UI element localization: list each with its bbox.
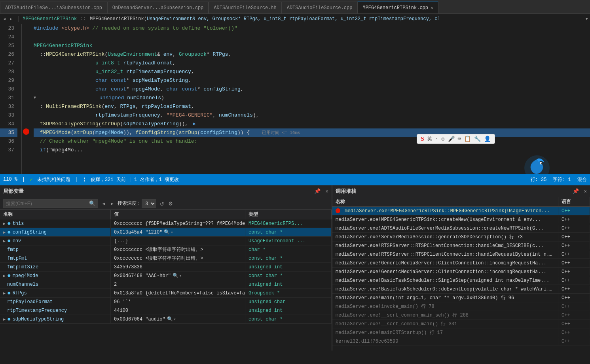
search-sdpMediaTypeString[interactable]: 🔍 xyxy=(167,316,173,322)
cs-row-11[interactable]: mediaServer.exe!invoke_main() 行 78 C++ xyxy=(332,302,590,311)
code-line-35: fMPEG4Mode ( strDup ( mpeg4Mode )), fCon… xyxy=(34,128,590,137)
code-line-32: : MultiFramedRTPSink ( env , RTPgs , rtp… xyxy=(34,102,590,111)
cs-row-7[interactable]: mediaServer.exe!GenericMediaServer::Clie… xyxy=(332,268,590,276)
git-icon: ⟨ xyxy=(83,177,86,183)
line-35: 35 xyxy=(0,128,17,137)
line-36: 36 xyxy=(0,137,17,146)
bird-logo xyxy=(524,155,550,174)
callstack-pin[interactable]: 📌 xyxy=(573,188,579,194)
search-box: 🔍 xyxy=(3,199,98,208)
bottom-panels: 局部变量 📌 ✕ 🔍 ◂ ▸ 搜索深度: 3 1 2 4 5 ↺ ⚙ 名 xyxy=(0,185,590,351)
nav-separator: | xyxy=(15,16,21,22)
line-numbers: 23 24 25 26 27 28 29 30 31 32 33 34 35 3… xyxy=(0,24,22,174)
locals-pin[interactable]: 📌 xyxy=(314,188,321,194)
breakpoint-col xyxy=(22,24,30,174)
arrow-34: ▶ xyxy=(190,120,196,128)
line-30: 30 xyxy=(0,85,17,94)
search-mpeg4Mode[interactable]: 🔍 xyxy=(173,273,178,279)
code-content: #include <ctype.h> // needed on some sys… xyxy=(30,24,590,174)
search-input[interactable] xyxy=(6,201,87,206)
breakpoint-35 xyxy=(23,128,29,135)
svg-point-2 xyxy=(541,163,542,164)
cs-row-9[interactable]: mediaServer.exe!BasicTaskScheduler0::doE… xyxy=(332,285,590,294)
cs-table: 名称 语言 mediaServer.exe!MPEG4GenericRTPSin… xyxy=(332,197,590,351)
cs-row-1[interactable]: mediaServer.exe!MPEG4GenericRTPSink::cre… xyxy=(332,215,590,224)
cs-row-8[interactable]: mediaServer.exe!BasicTaskScheduler::Sing… xyxy=(332,276,590,285)
cs-row-0[interactable]: mediaServer.exe!MPEG4GenericRTPSink::MPE… xyxy=(332,207,590,215)
nav-back[interactable]: ◂ xyxy=(2,15,7,22)
cs-row-15[interactable]: kernel32.dll!76cc63590 C++ xyxy=(332,337,590,346)
zoom-level[interactable]: 110 % xyxy=(3,177,17,182)
ime-logo: S xyxy=(421,136,424,142)
cs-row-2[interactable]: mediaServer.exe!ADTSAudioFileServerMedia… xyxy=(332,224,590,233)
var-row-rtpPayloadFormat: ▶ rtpPayloadFormat 96 '`' unsigned char xyxy=(0,298,332,306)
line-28: 28 xyxy=(0,68,17,76)
var-row-configString: ▶ ● configString 0x013a45a4 "1210" 🔍 ▾ c… xyxy=(0,228,332,237)
cs-row-14[interactable]: mediaServer.exe!mainCRTStartup() 行 17 C+… xyxy=(332,328,590,337)
nav-back-btn[interactable]: ◂ xyxy=(101,200,107,207)
tab-2[interactable]: ADTSAudioFileSource.hh xyxy=(209,2,281,13)
depth-label: 搜索深度: xyxy=(118,200,139,207)
search-configString[interactable]: 🔍 xyxy=(164,229,170,235)
settings-btn[interactable]: ⚙ xyxy=(167,200,174,207)
cs-row-3[interactable]: mediaServer.exe!ServerMediaSession::gene… xyxy=(332,233,590,241)
tab-0[interactable]: ADTSAudioFileSe...iaSubsession.cpp xyxy=(0,2,107,13)
line-37: 37 xyxy=(0,146,17,155)
locals-close[interactable]: ✕ xyxy=(325,188,328,194)
nav-end-dropdown[interactable]: ▾ xyxy=(585,15,588,22)
tab-1-label: OnDemandServer...aSubsession.cpp xyxy=(112,5,203,11)
line-33: 33 xyxy=(0,111,17,120)
code-line-34: fSDPMediaTypeString ( strDup ( sdpMediaT… xyxy=(34,120,590,128)
tab-3[interactable]: ADTSAudioFileSource.cpp xyxy=(282,2,358,13)
line-27: 27 xyxy=(0,59,17,68)
tab-4[interactable]: MPEG4GenericRTPSink.cpp ✕ xyxy=(357,2,438,13)
locals-title: 局部变量 xyxy=(3,188,24,195)
expand-RTPgs[interactable]: ▶ xyxy=(3,291,6,296)
code-line-26: :: MPEG4GenericRTPSink ( UsageEnvironmen… xyxy=(34,50,590,59)
code-line-23: #include <ctype.h> // needed on some sys… xyxy=(34,24,590,33)
var-row-rtpTimestampFreq: ▶ rtpTimestampFrequency 44100 unsigned i… xyxy=(0,306,332,315)
expand-configString[interactable]: ▶ xyxy=(3,230,6,235)
nav-forward[interactable]: ▸ xyxy=(8,15,13,22)
cs-header: 名称 语言 xyxy=(332,197,590,207)
expand-mpeg4Mode[interactable]: ▶ xyxy=(3,273,6,278)
tab-1[interactable]: OnDemandServer...aSubsession.cpp xyxy=(107,2,209,13)
tab-4-close[interactable]: ✕ xyxy=(431,5,433,10)
var-row-fmtpFmt: ▶ fmtpFmt 0xcccccccc <读取字符串字符时出错。> const… xyxy=(0,254,332,263)
cs-row-5[interactable]: mediaServer.exe!RTSPServer::RTSPClientCo… xyxy=(332,250,590,259)
nav-bar: ◂ ▸ | MPEG4GenericRTPSink :: MPEG4Generi… xyxy=(0,14,590,24)
cs-row-6[interactable]: mediaServer.exe!GenericMediaServer::Clie… xyxy=(332,259,590,268)
callstack-close[interactable]: ✕ xyxy=(584,188,587,194)
line-23: 23 xyxy=(0,24,17,33)
tab-3-label: ADTSAudioFileSource.cpp xyxy=(287,5,353,11)
cs-row-10[interactable]: mediaServer.exe!main(int argc=1, char **… xyxy=(332,294,590,302)
code-line-28: u_int32_t rtpTimestampFrequency , xyxy=(34,68,590,76)
nav-fwd-btn[interactable]: ▸ xyxy=(109,200,116,207)
editor-area: 23 24 25 26 27 28 29 30 31 32 33 34 35 3… xyxy=(0,24,590,174)
refresh-btn[interactable]: ↺ xyxy=(159,200,165,207)
search-icon: 🔍 xyxy=(89,200,95,207)
var-row-mpeg4Mode: ▶ ● mpeg4Mode 0x00d67468 "AAC-hbr" 🔍 ▾ c… xyxy=(0,272,332,280)
line-info: 行: 35 xyxy=(531,176,547,183)
no-issues-text: 未找到相关问题 xyxy=(37,176,70,183)
col-type: 类型 xyxy=(245,210,332,219)
line-34: 34 xyxy=(0,120,17,128)
cs-row-12[interactable]: mediaServer.exe!__scrt_common_main_seh()… xyxy=(332,311,590,320)
locals-panel-header: 局部变量 📌 ✕ xyxy=(0,185,332,197)
collapse-31[interactable]: ▼ xyxy=(34,94,36,102)
cs-row-13[interactable]: mediaServer.exe!__scrt_common_main() 行 3… xyxy=(332,320,590,328)
expand-env[interactable]: ▶ xyxy=(3,239,6,243)
line-26: 26 xyxy=(0,50,17,59)
status-bar: 110 % | ✔ 未找到相关问题 | ⟨ 俊辉，321 天前 | 1 名作者，… xyxy=(0,174,590,185)
arrow-mpeg4Mode[interactable]: ▾ xyxy=(179,273,182,278)
arrow-sdpMediaTypeString[interactable]: ▾ xyxy=(174,317,176,322)
expand-this[interactable]: ▶ xyxy=(3,221,6,226)
code-line-36: // Check whether "mpeg4Mode" is one that… xyxy=(34,137,590,146)
status-separator-1: | xyxy=(22,177,25,182)
var-row-this: ▶ ● this 0xcccccccc {fSDPMediaTypeString… xyxy=(0,219,332,228)
cs-row-4[interactable]: mediaServer.exe!RTSPServer::RTSPClientCo… xyxy=(332,241,590,250)
expand-sdpMediaTypeString[interactable]: ▶ xyxy=(3,317,6,322)
depth-select[interactable]: 3 1 2 4 5 xyxy=(142,199,156,208)
line-29: 29 xyxy=(0,76,17,85)
arrow-configString[interactable]: ▾ xyxy=(171,230,173,235)
